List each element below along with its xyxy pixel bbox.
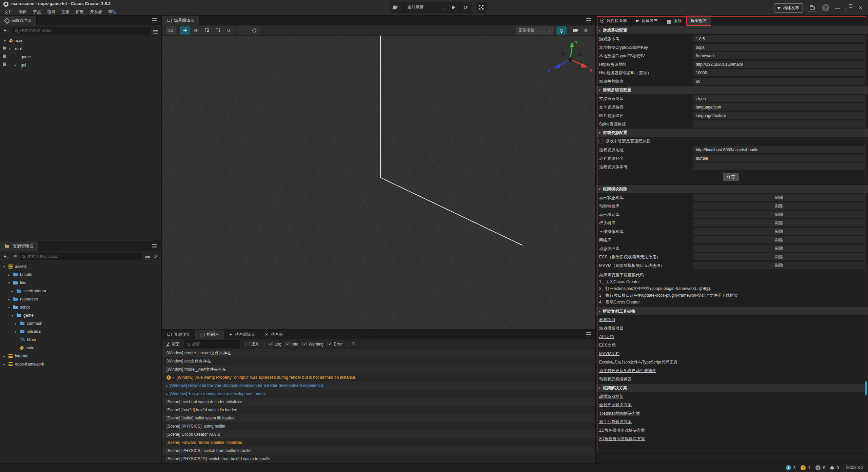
console-tab-2[interactable]: ✦动画编辑器 xyxy=(224,330,260,339)
collapse-arrow-icon[interactable]: ▾ xyxy=(599,88,600,92)
menubar-item-4[interactable]: 面板 xyxy=(58,8,73,16)
log-row-10[interactable]: [Scene] Cocos Creator v3.8.2 xyxy=(162,430,595,438)
build-publish-button[interactable]: 构建发布 xyxy=(774,3,803,13)
checkbox-row-2-0[interactable]: 游戏中资源是否远程加载 xyxy=(596,137,868,145)
doc-link[interactable]: 全栈开发解决方案 xyxy=(599,402,632,408)
error-count-icon[interactable]: × xyxy=(815,465,821,470)
filter-warning-checkbox[interactable]: ✓Warning xyxy=(302,342,323,347)
assets-filter-icon[interactable] xyxy=(145,256,150,257)
log-row-11[interactable]: [Scene] Forward render pipeline initiali… xyxy=(162,438,595,447)
create-node-button[interactable]: +⌄ xyxy=(3,28,9,33)
collapse-arrow-icon[interactable]: ▾ xyxy=(599,28,600,32)
log-row-2[interactable]: [Window] model_view文件夹存在 xyxy=(162,365,595,373)
tree-closed-arrow-icon[interactable]: ▸ xyxy=(15,330,20,334)
asset-node-oops-framework[interactable]: ▸oops-framework xyxy=(0,360,161,368)
log-row-5[interactable]: ▸[Window] You are running Vue in develop… xyxy=(162,390,595,398)
tree-open-arrow-icon[interactable]: ▾ xyxy=(3,265,8,269)
tree-open-arrow-icon[interactable]: ▾ xyxy=(9,47,14,51)
remove-module-button[interactable]: 剔除 xyxy=(693,219,865,227)
doc-link[interactable]: 战棋游戏框架 xyxy=(599,394,624,399)
scene-settings-button[interactable]: ⚙ xyxy=(581,26,591,35)
doc-link[interactable]: 动画状态机编辑器 xyxy=(599,376,632,382)
log-row-8[interactable]: [Scene] [bullet]:bullet wasm lib loaded. xyxy=(162,414,595,422)
preview-target-button[interactable]: ⌄ xyxy=(390,2,405,12)
asset-node-resources[interactable]: ▸resources xyxy=(0,295,161,303)
log-row-13[interactable]: [Scene] [PHYSICS2D]: switch from box2d-w… xyxy=(162,455,595,463)
warning-count-icon[interactable]: ! xyxy=(801,465,806,470)
tree-closed-arrow-icon[interactable]: ▸ xyxy=(12,289,17,293)
help-button[interactable]: ? xyxy=(822,4,829,12)
gizmo-tool-button[interactable]: ∪ xyxy=(223,26,234,35)
filter-log-checkbox[interactable]: ✓Log xyxy=(269,342,281,347)
collapse-arrow-icon[interactable]: ▾ xyxy=(599,187,600,191)
console-tab-0[interactable]: 资源预览 xyxy=(162,330,195,339)
hierarchy-search[interactable] xyxy=(13,27,150,34)
regex-checkbox[interactable]: 正则 xyxy=(245,341,259,347)
inspector-tab-2[interactable]: 服务 xyxy=(663,16,686,26)
asset-node-initialize[interactable]: ▸initialize xyxy=(0,328,161,336)
section-header-5[interactable]: ▾框架解决方案 xyxy=(596,383,868,392)
log-row-6[interactable]: [Scene] meshopt wasm decoder initialized xyxy=(162,398,595,406)
lighting-toggle-button[interactable] xyxy=(556,26,567,35)
hierarchy-search-input[interactable] xyxy=(20,28,147,33)
tree-closed-arrow-icon[interactable]: ▸ xyxy=(3,362,8,366)
scale-tool-button[interactable] xyxy=(202,26,212,35)
console-tab-3[interactable]: 动画图 xyxy=(260,330,288,339)
coordinate-button[interactable] xyxy=(249,26,259,35)
notification-bell-icon[interactable] xyxy=(830,466,834,469)
scene-viewport[interactable]: Y X Z xyxy=(162,36,595,329)
remove-module-button[interactable]: 剔除 xyxy=(693,211,865,218)
tree-closed-arrow-icon[interactable]: ▸ xyxy=(8,297,13,301)
asset-node-internal[interactable]: ▸internal xyxy=(0,352,161,360)
menubar-item-0[interactable]: 文件 xyxy=(1,8,16,16)
menubar-item-6[interactable]: 开发者 xyxy=(87,8,105,16)
tree-closed-arrow-icon[interactable]: ▸ xyxy=(8,273,13,277)
field-input[interactable] xyxy=(693,44,865,51)
hierarchy-node-gui[interactable]: ▸gui xyxy=(0,61,161,69)
log-row-7[interactable]: [Scene] [box2d]:box2d wasm lib loaded. xyxy=(162,406,595,414)
section-header-4[interactable]: ▾框架文档工具链接 xyxy=(596,307,868,316)
field-input[interactable] xyxy=(693,120,865,127)
doc-link[interactable]: ECS文档 xyxy=(599,342,616,348)
field-input[interactable] xyxy=(693,95,865,102)
collapse-arrow-icon[interactable]: ▾ xyxy=(599,310,600,313)
inspector-tab-3[interactable]: 框架配置 xyxy=(686,16,712,26)
rect-tool-button[interactable] xyxy=(213,26,223,35)
field-input[interactable] xyxy=(693,61,865,68)
asset-node-game[interactable]: ▾game xyxy=(0,311,161,319)
section-header-0[interactable]: ▾游戏基础配置 xyxy=(596,26,868,35)
doc-link[interactable]: 教程项目 xyxy=(599,317,615,323)
field-input[interactable] xyxy=(693,69,865,76)
doc-link[interactable]: API文档 xyxy=(599,334,614,340)
pivot-button[interactable] xyxy=(238,26,249,35)
save-button[interactable]: 保存 xyxy=(723,173,739,181)
tree-closed-arrow-icon[interactable]: ▸ xyxy=(15,63,20,67)
mode-3d-button[interactable]: 3D xyxy=(166,26,176,35)
collapse-arrow-icon[interactable]: ▾ xyxy=(599,386,600,390)
field-input[interactable] xyxy=(693,155,865,162)
menubar-item-5[interactable]: 扩展 xyxy=(73,8,87,16)
remove-module-button[interactable]: 剔除 xyxy=(693,228,865,235)
remove-module-button[interactable]: 剔除 xyxy=(693,245,865,252)
asset-node-script[interactable]: ▾script xyxy=(0,303,161,311)
scrollbar-thumb[interactable] xyxy=(865,381,867,395)
sort-assets-icon[interactable]: ↓≡ xyxy=(13,254,16,259)
log-row-9[interactable]: [Scene] [PHYSICS]: using builtin. xyxy=(162,422,595,430)
doc-link[interactable]: 原生包热更新配置自动生成插件 xyxy=(599,368,656,374)
reload-button[interactable]: ⟳ xyxy=(460,2,472,12)
minimize-button[interactable]: — xyxy=(834,5,841,11)
field-input[interactable] xyxy=(693,103,865,111)
tree-open-arrow-icon[interactable]: ▾ xyxy=(8,281,13,285)
scene-camera-button[interactable] xyxy=(570,26,580,35)
menubar-item-3[interactable]: 项目 xyxy=(44,8,58,16)
log-row-3[interactable]: !▸[Window] [Vue warn]: Property "onInput… xyxy=(162,373,595,381)
asset-node-assets[interactable]: ▾assets xyxy=(0,262,161,271)
console-panel-menu-icon[interactable] xyxy=(586,334,591,335)
doc-link[interactable]: 3D角色扮演游戏解决方案 xyxy=(599,436,645,442)
menubar-item-1[interactable]: 编辑 xyxy=(16,8,30,16)
hierarchy-node-game[interactable]: game xyxy=(0,53,161,61)
open-project-folder-button[interactable] xyxy=(808,4,817,12)
menubar-item-7[interactable]: 帮助 xyxy=(105,8,119,16)
doc-link[interactable]: 新手引导解决方案 xyxy=(599,419,632,425)
tree-open-arrow-icon[interactable]: ▾ xyxy=(8,306,13,309)
